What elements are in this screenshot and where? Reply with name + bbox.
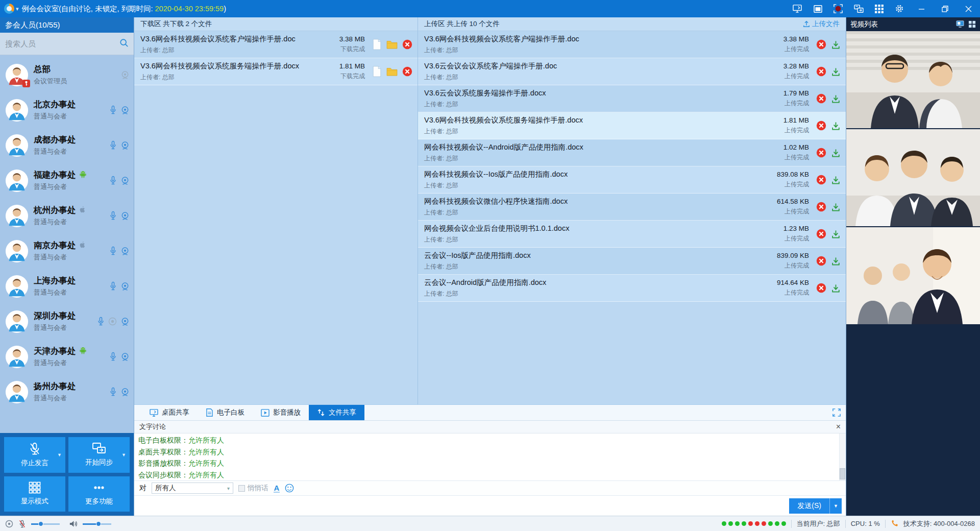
- expand-chat-icon[interactable]: [832, 408, 841, 417]
- sync-screens-icon[interactable]: [848, 0, 869, 17]
- delete-file-icon[interactable]: [816, 148, 826, 158]
- screen-share-icon[interactable]: [787, 0, 807, 17]
- upload-file-row[interactable]: V3.6网会科技视频会议系统客户端操作手册.doc上传者: 总部3.38 MB上…: [418, 31, 846, 58]
- mic-volume-slider[interactable]: [31, 521, 60, 527]
- mic-icon[interactable]: [109, 281, 117, 291]
- video-capture-icon[interactable]: [956, 20, 964, 28]
- upload-file-row[interactable]: 云会议--Ios版产品使用指南.docx上传者: 总部839.09 KB上传完成: [418, 248, 846, 275]
- dialpad-icon[interactable]: [869, 0, 889, 17]
- speaker-icon[interactable]: [69, 520, 78, 528]
- upload-file-row[interactable]: 网会视频会议企业后台使用说明书1.0.1.docx上传者: 总部1.23 MB上…: [418, 221, 846, 248]
- participant-row[interactable]: 福建办事处普通与会者: [0, 163, 134, 198]
- download-file-icon[interactable]: [831, 121, 841, 131]
- fullscreen-icon[interactable]: [807, 0, 828, 17]
- mic-icon[interactable]: [109, 176, 117, 185]
- checkbox-icon[interactable]: [238, 485, 245, 492]
- recipient-dropdown[interactable]: 所有人▾: [152, 482, 233, 494]
- delete-file-icon[interactable]: [816, 93, 826, 104]
- mic-icon[interactable]: [109, 140, 117, 150]
- download-file-icon[interactable]: [831, 256, 841, 266]
- tab-file-share[interactable]: 文件共享: [309, 405, 364, 420]
- mic-icon[interactable]: [109, 387, 117, 397]
- search-input[interactable]: [5, 39, 116, 48]
- whisper-checkbox[interactable]: 悄悄话: [238, 484, 268, 493]
- open-folder-icon[interactable]: [386, 67, 398, 76]
- upload-file-row[interactable]: V3.6云会议会议系统客户端操作手册.doc上传者: 总部3.28 MB上传完成: [418, 58, 846, 85]
- video-grid-icon[interactable]: [968, 20, 976, 28]
- download-file-icon[interactable]: [831, 67, 841, 77]
- participant-row[interactable]: 天津办事处普通与会者: [0, 339, 134, 374]
- participant-row[interactable]: 深圳办事处普通与会者: [0, 304, 134, 339]
- record-icon[interactable]: [828, 0, 848, 17]
- camera-icon[interactable]: [120, 176, 130, 185]
- upload-file-row[interactable]: 云会议--Android版产品使用指南.docx上传者: 总部914.64 KB…: [418, 275, 846, 302]
- record-status-icon[interactable]: [5, 520, 13, 528]
- app-logo-icon[interactable]: [4, 4, 14, 14]
- participant-row[interactable]: 扬州办事处普通与会者: [0, 374, 134, 409]
- mic-muted-icon[interactable]: [18, 519, 26, 528]
- search-icon[interactable]: [119, 38, 129, 49]
- chevron-down-icon[interactable]: ▼: [121, 452, 126, 457]
- tab-whiteboard[interactable]: 电子白板: [198, 405, 253, 420]
- camera-gray-icon[interactable]: [120, 70, 130, 80]
- upload-file-row[interactable]: V3.6云会议系统服务端操作手册.docx上传者: 总部1.79 MB上传完成: [418, 85, 846, 112]
- stop-speaking-button[interactable]: 停止发言▼: [4, 437, 65, 473]
- mic-icon[interactable]: [109, 352, 117, 361]
- delete-file-icon[interactable]: [816, 39, 826, 50]
- download-file-icon[interactable]: [831, 175, 841, 185]
- open-file-icon[interactable]: [372, 39, 382, 50]
- speaker-volume-slider[interactable]: [83, 521, 111, 527]
- delete-file-icon[interactable]: [402, 39, 412, 50]
- download-file-icon[interactable]: [831, 94, 841, 104]
- tab-desktop-share[interactable]: 桌面共享: [141, 405, 198, 420]
- download-file-icon[interactable]: [831, 202, 841, 212]
- display-mode-button[interactable]: 显示模式: [4, 476, 65, 512]
- upload-file-button[interactable]: 上传文件: [803, 19, 840, 29]
- speaker-gray-icon[interactable]: [108, 317, 117, 326]
- upload-file-row[interactable]: 网会科技视频会议--Android版产品使用指南.docx上传者: 总部1.02…: [418, 139, 846, 166]
- download-file-icon[interactable]: [831, 148, 841, 158]
- download-file-icon[interactable]: [831, 229, 841, 239]
- video-thumbnail[interactable]: [846, 227, 980, 324]
- camera-icon[interactable]: [120, 106, 130, 115]
- open-file-icon[interactable]: [372, 66, 382, 77]
- camera-icon[interactable]: [120, 282, 130, 291]
- emoji-button[interactable]: [285, 484, 294, 493]
- send-button[interactable]: 发送(S) ▼: [789, 498, 842, 514]
- minimize-button[interactable]: [910, 0, 933, 17]
- camera-icon[interactable]: [120, 247, 130, 256]
- delete-file-icon[interactable]: [816, 66, 826, 77]
- start-sync-button[interactable]: 开始同步▼: [68, 437, 130, 473]
- download-file-row[interactable]: V3.6网会科技视频会议系统服务端操作手册.docx上传者: 总部1.81 MB…: [134, 58, 418, 85]
- upload-file-row[interactable]: 网会科技视频会议--Ios版产品使用指南.docx上传者: 总部839.08 K…: [418, 166, 846, 194]
- download-file-row[interactable]: V3.6网会科技视频会议系统客户端操作手册.doc上传者: 总部3.38 MB下…: [134, 31, 418, 58]
- more-functions-button[interactable]: 更多功能: [68, 476, 130, 512]
- camera-icon[interactable]: [120, 211, 130, 221]
- delete-file-icon[interactable]: [816, 202, 826, 212]
- maximize-button[interactable]: [933, 0, 957, 17]
- camera-icon[interactable]: [120, 352, 130, 361]
- upload-file-row[interactable]: V3.6网会科技视频会议系统服务端操作手册.docx上传者: 总部1.81 MB…: [418, 112, 846, 139]
- participant-row[interactable]: 北京办事处普通与会者: [0, 92, 134, 128]
- tab-media-playback[interactable]: 影音播放: [253, 405, 309, 420]
- close-button[interactable]: [957, 0, 980, 17]
- video-thumbnail[interactable]: [846, 129, 980, 226]
- participant-row[interactable]: 杭州办事处普通与会者: [0, 198, 134, 233]
- video-thumbnail[interactable]: [846, 31, 980, 128]
- chevron-down-icon[interactable]: ▾: [16, 6, 19, 12]
- mic-icon[interactable]: [109, 105, 117, 115]
- camera-icon[interactable]: [120, 388, 130, 397]
- participant-row[interactable]: 南京办事处普通与会者: [0, 233, 134, 269]
- participant-row[interactable]: 成都办事处普通与会者: [0, 128, 134, 163]
- delete-file-icon[interactable]: [816, 256, 826, 266]
- camera-icon[interactable]: [120, 317, 130, 326]
- participant-row[interactable]: 上海办事处普通与会者: [0, 269, 134, 304]
- scrollbar-thumb[interactable]: [840, 468, 845, 479]
- participant-row[interactable]: 总部会议管理员: [0, 57, 134, 92]
- upload-file-row[interactable]: 网会科技视频会议微信小程序快速指南.docx上传者: 总部614.58 KB上传…: [418, 194, 846, 221]
- mic-icon[interactable]: [97, 317, 105, 326]
- camera-icon[interactable]: [120, 141, 130, 150]
- chat-close-icon[interactable]: ×: [836, 423, 841, 431]
- send-options-dropdown[interactable]: ▼: [829, 498, 842, 514]
- delete-file-icon[interactable]: [816, 175, 826, 185]
